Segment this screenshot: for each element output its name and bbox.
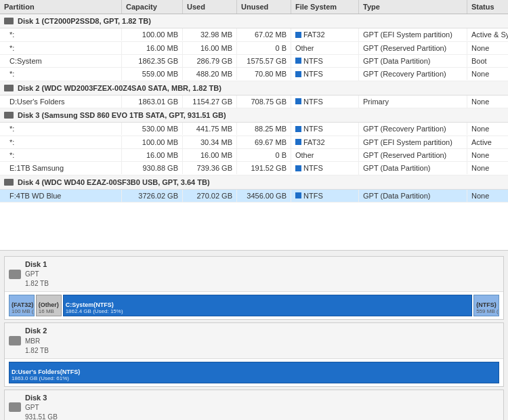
- partition-status: None: [467, 68, 508, 80]
- col-used: Used: [183, 0, 237, 14]
- bar-segment: (NTFS) 559 MB (Use: [473, 295, 499, 316]
- partition-type: GPT (Recovery Partition): [359, 123, 467, 135]
- partition-status: None: [467, 96, 508, 108]
- partition-type: GPT (EFI System partition): [359, 28, 467, 41]
- partition-type: GPT (Data Partition): [359, 55, 467, 67]
- table-row[interactable]: *: 100.00 MB 30.34 MB 69.67 MB FAT32 GPT…: [0, 136, 508, 150]
- fs-label: NTFS: [303, 70, 323, 78]
- fs-label: Other: [295, 151, 314, 159]
- table-body: Disk 1 (CT2000P2SSD8, GPT, 1.82 TB) *: 1…: [0, 14, 508, 203]
- partition-unused: 191.52 GB: [237, 162, 291, 174]
- partition-type: GPT (EFI System partition): [359, 136, 467, 148]
- col-type: Type: [359, 0, 467, 14]
- table-header: Partition Capacity Used Unused File Syst…: [0, 0, 508, 14]
- partition-type: GPT (Recovery Partition): [359, 68, 467, 80]
- disk-visual-info: Disk 2 MBR 1.82 TB: [25, 326, 49, 355]
- bar-sublabel: 1862.4 GB (Used: 15%): [66, 308, 470, 314]
- partition-name: D:User's Folders: [0, 96, 122, 108]
- table-row[interactable]: E:1TB Samsung 930.88 GB 739.36 GB 191.52…: [0, 162, 508, 175]
- partition-capacity: 530.00 MB: [122, 123, 183, 135]
- partition-used: 16.00 MB: [183, 42, 237, 54]
- col-capacity: Capacity: [122, 0, 183, 14]
- table-row[interactable]: F:4TB WD Blue 3726.02 GB 270.02 GB 3456.…: [0, 190, 508, 203]
- bar-segment: C:System(NTFS) 1862.4 GB (Used: 15%): [63, 295, 473, 316]
- partition-type: GPT (Data Partition): [359, 162, 467, 174]
- partition-used: 32.98 MB: [183, 28, 237, 41]
- disk-visual: Disk 2 MBR 1.82 TB D:User's Folders(NTFS…: [4, 322, 504, 386]
- col-partition: Partition: [0, 0, 122, 14]
- fs-badge: NTFS: [295, 125, 323, 133]
- partition-name: *:: [0, 42, 122, 54]
- partition-fs: NTFS: [291, 123, 359, 135]
- partition-status: None: [467, 149, 508, 161]
- disk-visual-type: GPT: [25, 403, 58, 413]
- table-row[interactable]: *: 16.00 MB 16.00 MB 0 B Other GPT (Rese…: [0, 149, 508, 162]
- bar-sublabel: 16 MB: [39, 308, 59, 314]
- table-row[interactable]: *: 100.00 MB 32.98 MB 67.02 MB FAT32 GPT…: [0, 28, 508, 42]
- disk-visual-type: MBR: [25, 337, 49, 346]
- table-row[interactable]: *: 559.00 MB 488.20 MB 70.80 MB NTFS GPT…: [0, 68, 508, 81]
- fs-badge: NTFS: [295, 164, 323, 172]
- partition-capacity: 3726.02 GB: [122, 190, 183, 202]
- partition-used: 1154.27 GB: [183, 96, 237, 108]
- partition-fs: NTFS: [291, 190, 359, 203]
- partition-unused: 1575.57 GB: [237, 55, 291, 67]
- partition-used: 286.79 GB: [183, 55, 237, 67]
- table-row[interactable]: *: 530.00 MB 441.75 MB 88.25 MB NTFS GPT…: [0, 123, 508, 136]
- partition-status: None: [467, 162, 508, 174]
- fs-square: [295, 192, 301, 198]
- partition-status: Active & System: [467, 28, 508, 41]
- partition-used: 16.00 MB: [183, 149, 237, 161]
- disk-bar-container: D:User's Folders(NTFS) 1863.0 GB (Used: …: [5, 359, 503, 386]
- disk-bar-container: (FAT32) 100 MB (Use (Other) 16 MB C:Syst…: [5, 292, 503, 319]
- partition-capacity: 1863.01 GB: [122, 96, 183, 108]
- disk-visual-info: Disk 3 GPT 931.51 GB: [25, 393, 58, 420]
- partition-status: None: [467, 42, 508, 54]
- col-unused: Unused: [237, 0, 291, 14]
- partition-unused: 0 B: [237, 42, 291, 54]
- partition-used: 270.02 GB: [183, 190, 237, 202]
- disk-visual-size: 1.82 TB: [25, 346, 49, 356]
- bar-label: C:System(NTFS): [66, 301, 470, 308]
- bar-label: (FAT32): [12, 301, 32, 308]
- disk-visual-icon: [9, 402, 21, 412]
- bar-segment: (Other) 16 MB: [36, 295, 62, 316]
- fs-badge: FAT32: [295, 30, 325, 39]
- partition-used: 30.34 MB: [183, 136, 237, 148]
- table-row[interactable]: C:System 1862.35 GB 286.79 GB 1575.57 GB…: [0, 55, 508, 68]
- disk-group-header: Disk 3 (Samsung SSD 860 EVO 1TB SATA, GP…: [0, 108, 508, 123]
- disk-icon: [4, 18, 14, 24]
- disk-visual-icon: [9, 336, 21, 345]
- partition-fs: NTFS: [291, 162, 359, 175]
- bar-segment: (FAT32) 100 MB (Use: [9, 295, 35, 316]
- bar-label: D:User's Folders(NTFS): [12, 369, 496, 375]
- bar-label: (NTFS): [476, 301, 496, 308]
- fs-square: [295, 98, 301, 104]
- fs-badge: NTFS: [295, 192, 323, 200]
- fs-badge: NTFS: [295, 57, 323, 65]
- bar-label: (Other): [39, 301, 59, 308]
- table-row[interactable]: *: 16.00 MB 16.00 MB 0 B Other GPT (Rese…: [0, 42, 508, 55]
- disk-group-label: Disk 2 (WDC WD2003FZEX-00Z4SA0 SATA, MBR…: [18, 84, 221, 92]
- partition-status: Boot: [467, 55, 508, 67]
- disk-visual: Disk 3 GPT 931.51 GB (NTFS) 530 MB (Usec…: [4, 390, 504, 420]
- partition-name: *:: [0, 28, 122, 41]
- partition-unused: 708.75 GB: [237, 96, 291, 108]
- partition-type: GPT (Data Partition): [359, 190, 467, 202]
- disk-visual-size: 931.51 GB: [25, 413, 58, 420]
- partition-status: None: [467, 190, 508, 202]
- partition-fs: Other: [291, 42, 359, 54]
- disk-group-header: Disk 2 (WDC WD2003FZEX-00Z4SA0 SATA, MBR…: [0, 81, 508, 96]
- partition-used: 488.20 MB: [183, 68, 237, 80]
- fs-badge: NTFS: [295, 70, 323, 78]
- table-row[interactable]: D:User's Folders 1863.01 GB 1154.27 GB 7…: [0, 96, 508, 109]
- partition-capacity: 930.88 GB: [122, 162, 183, 174]
- fs-label: FAT32: [303, 138, 325, 146]
- partition-unused: 67.02 MB: [237, 28, 291, 41]
- partition-fs: NTFS: [291, 55, 359, 68]
- disk-group-header: Disk 4 (WDC WD40 EZAZ-00SF3B0 USB, GPT, …: [0, 175, 508, 190]
- disk-visual-icon: [9, 270, 21, 279]
- fs-square: [295, 32, 301, 38]
- partition-name: *:: [0, 136, 122, 148]
- bar-sublabel: 559 MB (Use: [476, 308, 496, 314]
